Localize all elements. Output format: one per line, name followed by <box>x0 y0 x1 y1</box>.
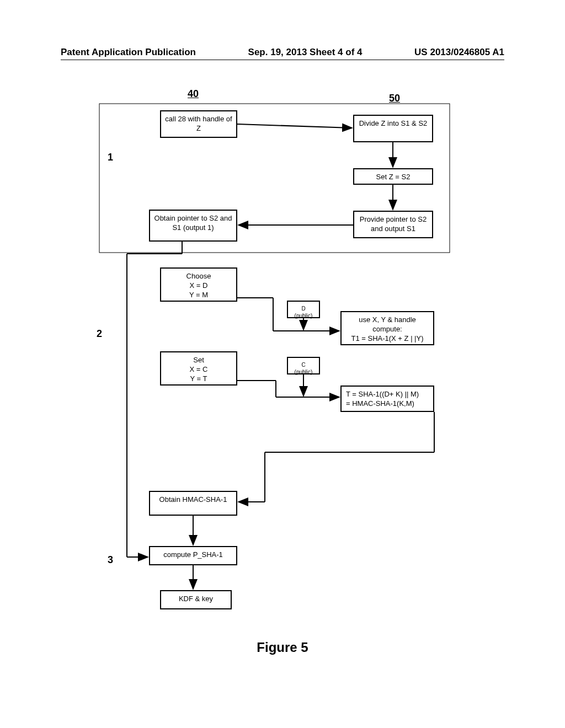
box-c-public: C (public) <box>287 357 320 374</box>
reference-40: 40 <box>188 88 199 100</box>
step-label-1: 1 <box>108 152 113 163</box>
svg-line-1 <box>237 124 352 128</box>
box-obtain-hmac: Obtain HMAC-SHA-1 <box>149 491 237 516</box>
box-set-z-s2: Set Z = S2 <box>353 168 433 185</box>
header-center: Sep. 19, 2013 Sheet 4 of 4 <box>248 47 363 58</box>
header-left: Patent Application Publication <box>61 47 196 58</box>
figure-label: Figure 5 <box>0 640 565 655</box>
box-t-sha-equation: T = SHA-1((D+ K) || M) = HMAC-SHA-1(K,M) <box>340 386 434 412</box>
box-call-handle: call 28 with handle of Z <box>160 110 237 138</box>
step-label-2: 2 <box>97 328 102 340</box>
box-divide-z: Divide Z into S1 & S2 <box>353 115 433 142</box>
step-label-3: 3 <box>108 554 113 566</box>
box-set-xct: Set X = C Y = T <box>160 351 237 386</box>
box-kdf-key: KDF & key <box>160 590 232 609</box>
header-right: US 2013/0246805 A1 <box>414 47 504 58</box>
box-compute-psha: compute P_SHA-1 <box>149 546 237 565</box>
box-obtain-pointer: Obtain pointer to S2 and S1 (output 1) <box>149 210 237 242</box>
box-d-public: D (public) <box>287 301 320 318</box>
reference-50: 50 <box>389 93 400 104</box>
box-use-xy-compute: use X, Y & handle compute: T1 = SHA-1(X … <box>340 311 434 345</box>
header-divider <box>61 60 504 60</box>
box-choose-xy: Choose X = D Y = M <box>160 267 237 302</box>
flowchart-arrows <box>0 83 565 689</box>
box-provide-pointer: Provide pointer to S2 and output S1 <box>353 211 433 238</box>
